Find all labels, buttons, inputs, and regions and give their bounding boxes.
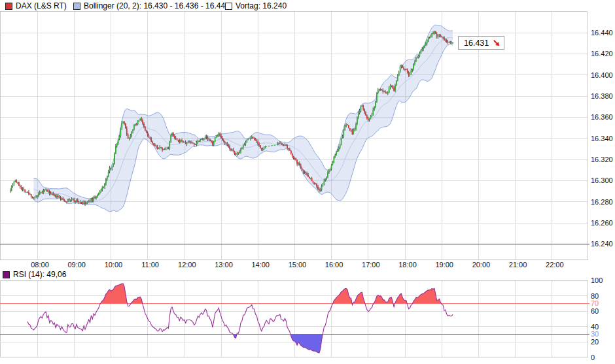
last-price-value: 16.431 <box>464 39 489 48</box>
last-price-marker: 16.431 <box>458 36 504 50</box>
legend-item-rsi[interactable]: RSI (14): 49,06 <box>3 271 66 278</box>
time-axis-label: 12:00 <box>178 261 196 269</box>
price-axis-label: 16.280 <box>591 198 613 206</box>
price-axis-label: 16.420 <box>591 50 613 58</box>
dax-series-label: DAX (L&S RT) <box>16 2 67 10</box>
time-axis-label: 18:00 <box>398 261 417 269</box>
price-axis-label: 16.440 <box>591 29 613 37</box>
time-axis-label: 21:00 <box>509 261 527 269</box>
price-axis-label: 16.340 <box>591 135 613 142</box>
time-axis-label: 11:00 <box>141 261 159 269</box>
rsi-axis-label: 70 <box>591 299 599 307</box>
legend-item-vortag[interactable]: Vortag: 16.240 <box>225 2 287 10</box>
rsi-label: RSI (14): 49,06 <box>13 271 66 278</box>
bollinger-swatch-icon <box>73 3 80 10</box>
time-axis-label: 10:00 <box>105 261 123 269</box>
time-axis-label: 19:00 <box>435 261 453 269</box>
price-axis-label: 16.380 <box>591 92 613 100</box>
time-axis-label: 13:00 <box>215 261 233 269</box>
rsi-swatch-icon <box>3 271 10 278</box>
chart-canvas[interactable]: 16.44016.42016.40016.38016.36016.34016.3… <box>0 0 615 364</box>
rsi-axis-label: 0 <box>591 354 595 361</box>
price-axis-label: 16.400 <box>591 71 613 79</box>
bollinger-label: Bollinger (20, 2): 16.430 - 16.436 - 16.… <box>84 2 230 10</box>
price-axis-label: 16.360 <box>591 113 613 121</box>
rsi-axis-label: 60 <box>591 307 599 315</box>
time-axis-label: 14:00 <box>251 261 270 269</box>
time-axis-label: 22:00 <box>546 261 564 269</box>
time-axis-label: 15:00 <box>289 261 307 269</box>
time-axis-label: 09:00 <box>67 261 86 269</box>
rsi-oversold-area <box>27 284 453 353</box>
legend-item-dax[interactable]: DAX (L&S RT) <box>5 2 67 10</box>
time-axis: 08:0009:0010:0011:0012:0013:0014:0015:00… <box>31 261 563 269</box>
time-axis-label: 17:00 <box>362 261 380 269</box>
time-axis-label: 08:00 <box>31 261 49 269</box>
price-axis-label: 16.240 <box>591 240 613 248</box>
rsi-line <box>27 284 453 353</box>
legend-item-bollinger[interactable]: Bollinger (20, 2): 16.430 - 16.436 - 16.… <box>73 2 230 10</box>
time-axis-label: 20:00 <box>472 261 491 269</box>
rsi-axis-label: 30 <box>591 330 599 338</box>
rsi-axis-label: 20 <box>591 338 599 346</box>
bollinger-band <box>33 25 453 212</box>
price-axis: 16.44016.42016.40016.38016.36016.34016.3… <box>591 29 613 248</box>
trading-chart-window: 16.44016.42016.40016.38016.36016.34016.3… <box>0 0 615 364</box>
vortag-swatch-icon <box>225 3 232 10</box>
dax-series-swatch-icon <box>5 3 12 10</box>
rsi-overbought-area <box>27 284 453 353</box>
price-axis-label: 16.300 <box>591 176 613 184</box>
grid-layer <box>0 12 588 357</box>
price-axis-label: 16.260 <box>591 219 613 227</box>
rsi-axis-label: 40 <box>591 323 599 331</box>
vortag-label: Vortag: 16.240 <box>236 2 287 10</box>
rsi-axis-label: 100 <box>591 276 603 284</box>
price-axis-label: 16.320 <box>591 156 613 163</box>
trend-down-icon <box>493 39 500 46</box>
rsi-axis: 1008070604030200 <box>591 276 603 361</box>
time-axis-label: 16:00 <box>325 261 343 269</box>
rsi-axis-label: 80 <box>591 292 599 300</box>
